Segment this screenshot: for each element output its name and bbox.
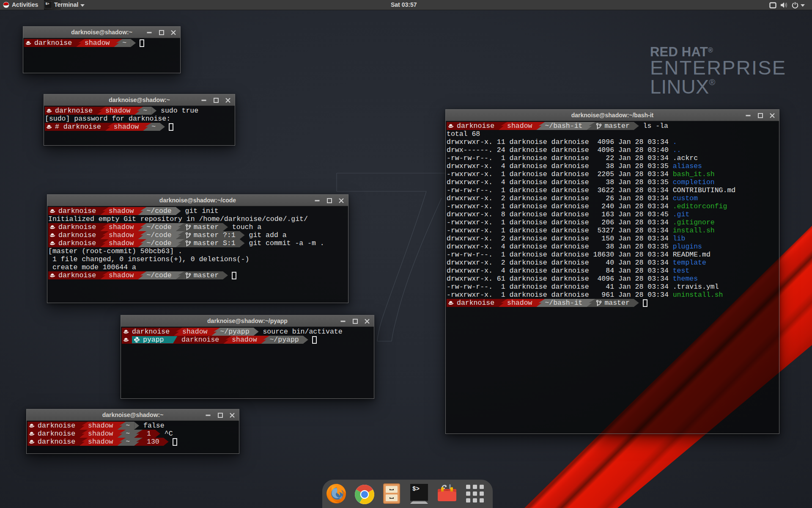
svg-text:$>: $>: [46, 2, 50, 6]
svg-text:$>: $>: [412, 486, 420, 492]
